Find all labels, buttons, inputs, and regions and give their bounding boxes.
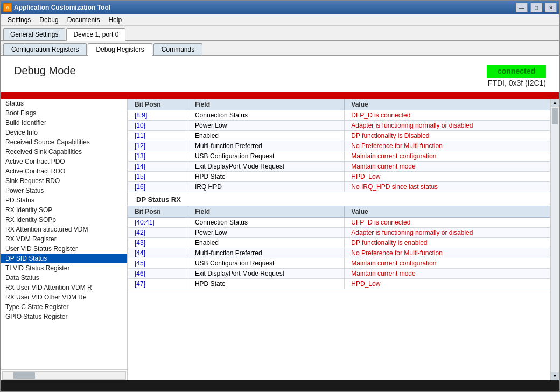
tab-bar-level2: Configuration Registers Debug Registers … (1, 41, 559, 56)
sidebar-item-pd-status[interactable]: PD Status (1, 195, 127, 205)
scroll-inner[interactable]: Bit Posn Field Value [8:9] Connection St… (128, 99, 550, 380)
connected-badge: connected (487, 65, 546, 78)
main-window: A Application Customization Tool — □ ✕ S… (0, 0, 560, 392)
col-bit-posn-2: Bit Posn (128, 206, 188, 218)
sidebar-list: Status Boot Flags Build Identifier Devic… (1, 99, 127, 369)
sidebar-item-power-status[interactable]: Power Status (1, 186, 127, 195)
sidebar-item-rx-identity-sopp[interactable]: RX Identity SOPp (1, 215, 127, 225)
bit-pos-cell: [42] (128, 228, 188, 238)
sidebar-item-build-identifier[interactable]: Build Identifier (1, 118, 127, 128)
field-cell: Connection Status (188, 218, 344, 228)
tab-commands[interactable]: Commands (153, 43, 202, 55)
value-cell: Maintain current configuration (345, 258, 550, 269)
value-cell: UFP_D is connected (345, 218, 550, 228)
sidebar-hscroll-thumb (13, 372, 35, 379)
field-cell: Power Low (188, 121, 344, 131)
bit-pos-cell: [8:9] (128, 110, 188, 121)
sidebar-scroll-area: Status Boot Flags Build Identifier Devic… (1, 99, 127, 321)
tab-general-settings[interactable]: General Settings (3, 28, 65, 40)
table-row: [46] Exit DisplayPort Mode Request Maint… (128, 269, 550, 279)
close-button[interactable]: ✕ (545, 3, 557, 12)
red-status-bar (1, 92, 559, 99)
sidebar-item-received-sink[interactable]: Received Sink Capabilities (1, 147, 127, 157)
bit-pos-cell: [44] (128, 248, 188, 258)
value-cell: DP functionality is enabled (345, 238, 550, 248)
field-cell: Power Low (188, 228, 344, 238)
menu-help[interactable]: Help (104, 15, 126, 25)
menu-debug[interactable]: Debug (35, 15, 62, 25)
field-cell: Exit DisplayPort Mode Request (188, 269, 344, 279)
sidebar-item-rx-attention[interactable]: RX Attention structured VDM (1, 225, 127, 234)
sidebar-item-status[interactable]: Status (1, 99, 127, 108)
table-row: [16] IRQ HPD No IRQ_HPD since last statu… (128, 182, 550, 192)
sidebar-item-sink-request-rdo[interactable]: Sink Request RDO (1, 176, 127, 186)
minimize-button[interactable]: — (516, 3, 528, 12)
tab-bar-level1: General Settings Device 1, port 0 (1, 26, 559, 41)
bit-pos-cell: [46] (128, 269, 188, 279)
value-cell: DP functionality is Disabled (345, 131, 550, 141)
value-cell: No IRQ_HPD since last status (345, 182, 550, 192)
menu-documents[interactable]: Documents (63, 15, 104, 25)
vertical-scrollbar[interactable]: ▲ ▼ (550, 99, 559, 380)
table-row: [47] HPD State HPD_Low (128, 279, 550, 289)
sidebar-item-rx-user-vid-attention[interactable]: RX User VID Attention VDM R (1, 283, 127, 292)
field-cell: USB Configuration Request (188, 258, 344, 269)
connection-detail: FTDI, 0x3f (I2C1) (488, 79, 546, 87)
sidebar-item-type-c-state[interactable]: Type C State Register (1, 302, 127, 312)
sidebar-bottom (1, 369, 127, 380)
scroll-track[interactable] (551, 107, 559, 372)
tab-configuration-registers[interactable]: Configuration Registers (3, 43, 87, 55)
debug-header: Debug Mode connected FTDI, 0x3f (I2C1) (1, 56, 559, 92)
col-field-2: Field (188, 206, 344, 218)
bit-pos-cell: [40:41] (128, 218, 188, 228)
sidebar-item-boot-flags[interactable]: Boot Flags (1, 108, 127, 118)
field-cell: Multi-function Preferred (188, 141, 344, 151)
field-cell: HPD State (188, 172, 344, 182)
bit-pos-cell: [11] (128, 131, 188, 141)
scroll-up-button[interactable]: ▲ (551, 99, 559, 107)
window-title: Application Customization Tool (14, 4, 513, 11)
sidebar-item-rx-identity-sop[interactable]: RX Identity SOP (1, 205, 127, 215)
sidebar-item-active-contract-rdo[interactable]: Active Contract RDO (1, 166, 127, 176)
sidebar-item-data-status[interactable]: Data Status (1, 273, 127, 283)
sidebar-hscroll[interactable] (2, 371, 126, 380)
value-cell: HPD_Low (345, 172, 550, 182)
value-cell: Maintain current mode (345, 269, 550, 279)
sidebar-item-gpio-status[interactable]: GPIO Status Register (1, 312, 127, 321)
sidebar-item-rx-vdm[interactable]: RX VDM Register (1, 234, 127, 244)
table-row: [40:41] Connection Status UFP_D is conne… (128, 218, 550, 228)
maximize-button[interactable]: □ (530, 3, 542, 12)
field-cell: HPD State (188, 279, 344, 289)
section2-header: DP Status RX (128, 192, 550, 206)
sidebar-item-received-source[interactable]: Received Source Capabilities (1, 137, 127, 147)
menu-bar: Settings Debug Documents Help (1, 14, 559, 26)
bit-pos-cell: [13] (128, 151, 188, 162)
table-row: [15] HPD State HPD_Low (128, 172, 550, 182)
bit-pos-cell: [10] (128, 121, 188, 131)
sidebar-item-user-vid[interactable]: User VID Status Register (1, 244, 127, 254)
value-cell: Adapter is functioning normally or disab… (345, 228, 550, 238)
bit-pos-cell: [47] (128, 279, 188, 289)
tab-device-port[interactable]: Device 1, port 0 (66, 28, 125, 41)
tab-debug-registers[interactable]: Debug Registers (88, 43, 152, 56)
bit-pos-cell: [14] (128, 162, 188, 172)
sidebar-item-active-contract-pdo[interactable]: Active Contract PDO (1, 157, 127, 166)
field-cell: Exit DisplayPort Mode Request (188, 162, 344, 172)
table-row: [14] Exit DisplayPort Mode Request Maint… (128, 162, 550, 172)
sidebar-item-rx-user-vid-other[interactable]: RX User VID Other VDM Re (1, 292, 127, 302)
bit-pos-cell: [16] (128, 182, 188, 192)
bottom-bar (1, 380, 559, 391)
value-cell: No Preference for Multi-function (345, 141, 550, 151)
sidebar-item-device-info[interactable]: Device Info (1, 128, 127, 137)
scroll-thumb[interactable] (552, 108, 558, 124)
table-row: [8:9] Connection Status DFP_D is connect… (128, 110, 550, 121)
menu-settings[interactable]: Settings (3, 15, 35, 25)
sidebar-item-ti-vid[interactable]: TI VID Status Register (1, 263, 127, 273)
table-row: [10] Power Low Adapter is functioning no… (128, 121, 550, 131)
col-value-2: Value (345, 206, 550, 218)
field-cell: Multi-function Preferred (188, 248, 344, 258)
scroll-down-button[interactable]: ▼ (551, 372, 559, 380)
sidebar-item-dp-sid[interactable]: DP SID Status (1, 254, 127, 263)
table-row: [44] Multi-function Preferred No Prefere… (128, 248, 550, 258)
value-cell: HPD_Low (345, 279, 550, 289)
